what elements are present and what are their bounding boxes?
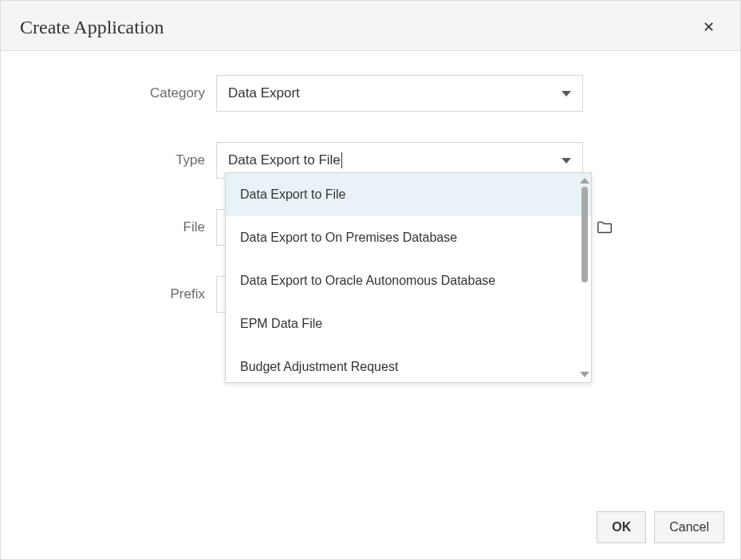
category-row: Category Data Export [33, 75, 708, 112]
dialog-body: Category Data Export Type Data Export to… [1, 51, 740, 502]
cancel-button[interactable]: Cancel [654, 511, 724, 543]
category-select[interactable]: Data Export [216, 75, 583, 112]
chevron-down-icon [562, 158, 571, 164]
file-label: File [33, 219, 216, 235]
scroll-up-icon[interactable] [580, 178, 589, 183]
type-option[interactable]: Data Export to Oracle Autonomous Databas… [226, 259, 591, 302]
ok-button[interactable]: OK [597, 511, 646, 543]
browse-folder-button[interactable] [596, 219, 613, 236]
type-option[interactable]: Budget Adjustment Request [226, 345, 591, 382]
category-value: Data Export [228, 85, 562, 101]
type-dropdown-panel: Data Export to File Data Export to On Pr… [225, 172, 592, 383]
type-option[interactable]: EPM Data File [226, 302, 591, 345]
folder-icon [596, 219, 613, 236]
type-option[interactable]: Data Export to On Premises Database [226, 216, 591, 259]
type-label: Type [33, 152, 216, 168]
type-option[interactable]: Data Export to File [226, 173, 591, 216]
text-cursor [341, 152, 342, 168]
close-icon[interactable]: ✕ [696, 15, 721, 39]
scroll-down-icon[interactable] [580, 372, 589, 377]
chevron-down-icon [562, 91, 571, 97]
dialog-title: Create Application [20, 17, 164, 38]
type-value: Data Export to File [228, 152, 562, 169]
prefix-label: Prefix [33, 286, 216, 302]
dropdown-scrollbar[interactable] [580, 178, 589, 377]
dialog-header: Create Application ✕ [1, 1, 740, 51]
type-dropdown-list: Data Export to File Data Export to On Pr… [226, 173, 591, 382]
scroll-thumb[interactable] [581, 187, 588, 282]
category-label: Category [33, 85, 216, 101]
scroll-track [581, 282, 588, 372]
create-application-dialog: Create Application ✕ Category Data Expor… [0, 0, 741, 560]
dialog-footer: OK Cancel [1, 502, 740, 559]
